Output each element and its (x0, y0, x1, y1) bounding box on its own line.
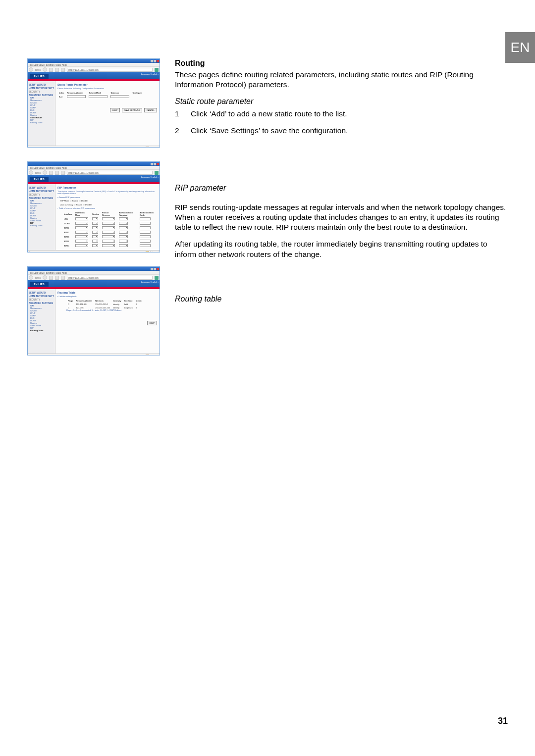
col-header: Poison Reverse (101, 211, 117, 217)
screenshot-routing-table: File Edit View Favorites Tools Help Back… (27, 266, 160, 355)
select-field (92, 235, 98, 238)
sidebar-group: SETUP WIZARD (29, 187, 54, 189)
select-field (119, 235, 128, 238)
panel-title: Static Route Parameter (57, 83, 158, 86)
input-field (89, 95, 107, 98)
browser-toolbar: Back http://192.168.1.1/main.stm (28, 275, 160, 280)
subheading-static-route: Static route parameter (175, 97, 508, 107)
col-header: Network Address (65, 91, 87, 95)
select-field (119, 226, 128, 229)
step-text: Click ‘Add’ to add a new static route to… (191, 109, 347, 119)
panel-desc: • List the routing table (57, 296, 158, 298)
language-select: Language English ▾ (141, 176, 159, 178)
sidebar-group: SETUP WIZARD (29, 84, 54, 86)
sidebar-group: HOME NETWORK SETTINGS (29, 295, 54, 298)
table-row: ATM2 (62, 230, 158, 235)
col-header: Interface (62, 211, 74, 217)
select-field (119, 244, 128, 247)
refresh-icon (55, 171, 59, 175)
close-icon (157, 60, 159, 62)
select-field (102, 235, 115, 238)
sidebar-group: SECURITY (29, 194, 54, 196)
select-field (75, 231, 88, 234)
subgroup-label: • Table of current interface RIP paramet… (57, 207, 158, 209)
maximize-icon (154, 60, 156, 62)
refresh-icon (55, 68, 59, 72)
philips-logo: PHILIPS (30, 282, 49, 287)
router-banner: PHILIPS Language English ▾ (28, 175, 160, 184)
table-row: ATM3 (62, 235, 158, 239)
input-field (67, 95, 86, 98)
table-row: LAN (62, 217, 158, 221)
status-text: Done (29, 147, 35, 148)
status-text: Done (29, 251, 35, 252)
select-field (92, 240, 98, 243)
table-row: WLAN (62, 221, 158, 226)
input-field (140, 240, 151, 243)
maximize-icon (154, 163, 156, 165)
philips-logo: PHILIPS (30, 74, 49, 79)
rip-mode-label: RIP Mode (60, 200, 69, 202)
back-icon (29, 170, 33, 175)
status-bar: Done Internet (28, 250, 160, 252)
step-text: Click ‘Save Settings’ to save the config… (191, 126, 348, 136)
go-icon (155, 171, 159, 175)
home-icon (61, 68, 65, 72)
router-banner: PHILIPS Language English ▾ (28, 72, 160, 81)
browser-toolbar: Back http://192.168.1.1/main.stm (28, 170, 160, 175)
url-bar: http://192.168.1.1/main.stm (67, 68, 153, 72)
select-field (75, 217, 88, 220)
philips-logo: PHILIPS (30, 177, 49, 182)
table-row: ATM5 (62, 244, 158, 248)
minimize-icon (151, 268, 153, 270)
router-main: Static Route Parameter Please Enter the … (55, 81, 160, 146)
step-number: 1 (175, 109, 182, 119)
language-select: Language English ▾ (141, 73, 159, 75)
status-right: Internet (150, 251, 159, 252)
select-field (92, 231, 98, 234)
browser-menu: File Edit View Favorites Tools Help (28, 63, 160, 67)
status-right: Internet (150, 147, 159, 148)
page-content: File Edit View Favorites Tools Help Back… (27, 58, 508, 369)
table-row: C192.168.1.0255.255.255.0directlyLAN0 (66, 302, 143, 306)
panel-desc: The device supports Routing Information … (57, 191, 158, 195)
select-field (119, 231, 128, 234)
select-field (119, 222, 128, 225)
table-row: Add (57, 95, 143, 99)
subgroup-label: • General RIP parameters (57, 197, 158, 199)
save-settings-button: SAVE SETTINGS (122, 108, 143, 112)
browser-menu: File Edit View Favorites Tools Help (28, 271, 160, 275)
close-icon (157, 163, 159, 165)
router-banner: PHILIPS Language English ▾ (28, 280, 160, 289)
page-number: 31 (498, 716, 508, 726)
window-titlebar (28, 162, 160, 166)
heading-routing: Routing (175, 58, 508, 69)
col-header: Network Address (74, 299, 94, 302)
select-field (102, 226, 115, 229)
refresh-icon (55, 276, 59, 280)
sidebar-item-selected: Routing Table (30, 329, 54, 332)
select-field (102, 240, 115, 243)
home-icon (61, 276, 65, 280)
input-field (140, 222, 151, 225)
sidebar-group: SECURITY (29, 299, 54, 301)
window-titlebar (28, 267, 160, 271)
minimize-icon (151, 60, 153, 62)
sidebar-group: HOME NETWORK SETTINGS (29, 87, 54, 90)
select-field (75, 226, 88, 229)
static-route-steps: 1 Click ‘Add’ to add a new static route … (175, 109, 508, 136)
router-main: RIP Parameter The device supports Routin… (55, 184, 160, 250)
status-right: Internet (150, 354, 159, 356)
input-field (140, 244, 151, 247)
stop-icon (49, 276, 53, 280)
select-field (119, 217, 128, 220)
browser-toolbar: Back http://192.168.1.1/main.stm (28, 67, 160, 72)
internet-icon (146, 251, 149, 252)
select-field (75, 235, 88, 238)
select-field (92, 222, 98, 225)
sidebar-item: Routing Table (30, 224, 54, 227)
router-sidebar: SETUP WIZARD HOME NETWORK SETTINGS SECUR… (28, 184, 55, 250)
col-header: Flags (66, 299, 74, 302)
select-field (75, 244, 88, 247)
forward-icon (43, 67, 47, 72)
